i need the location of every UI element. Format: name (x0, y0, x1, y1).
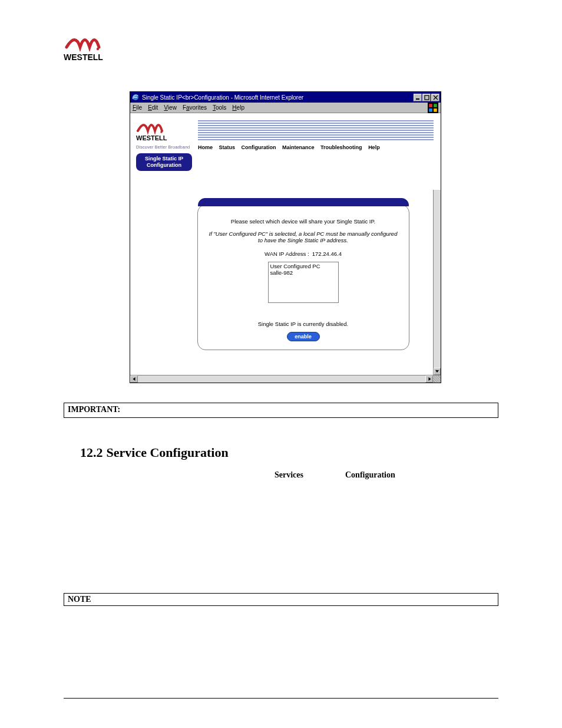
important-callout: IMPORTANT: (64, 403, 498, 418)
svg-rect-6 (429, 104, 432, 107)
window-maximize-button[interactable] (422, 94, 431, 101)
ie-app-icon (131, 93, 140, 101)
ie-flag-icon (428, 103, 438, 113)
note-label: NOTE (68, 595, 91, 604)
word-configuration: Configuration (345, 470, 395, 480)
important-label: IMPORTANT: (68, 405, 120, 414)
wan-ip-value: 172.24.46.4 (312, 251, 342, 257)
window-close-button[interactable] (431, 94, 439, 101)
nav-home[interactable]: Home (198, 144, 213, 150)
menu-help[interactable]: Help (232, 104, 244, 111)
menu-favorites[interactable]: Favorites (183, 104, 207, 111)
router-page-body: Please select which device will share yo… (183, 205, 423, 371)
scroll-track[interactable] (138, 375, 425, 383)
nav-maintenance[interactable]: Maintenance (282, 144, 315, 150)
svg-point-10 (160, 131, 163, 133)
footer-separator (64, 698, 498, 699)
note-callout: NOTE (64, 593, 498, 606)
scroll-left-button[interactable] (130, 375, 138, 383)
svg-rect-9 (434, 108, 437, 112)
window-title: Single Static IP<br>Configuration - Micr… (142, 94, 414, 101)
window-titlebar: Single Static IP<br>Configuration - Micr… (130, 92, 441, 103)
window-minimize-button[interactable] (414, 94, 422, 101)
svg-rect-3 (416, 98, 419, 100)
scroll-right-button[interactable] (425, 375, 433, 383)
device-listbox[interactable]: User Configured PC salle-982 (268, 262, 339, 303)
section-number: 12.2 (80, 445, 103, 460)
config-panel: Please select which device will share yo… (197, 205, 409, 350)
panel-note: If "User Configured PC" is selected, a l… (198, 230, 409, 243)
westell-logo: WESTELL (64, 29, 117, 65)
browser-screenshot: Single Static IP<br>Configuration - Micr… (130, 91, 441, 383)
menu-edit[interactable]: Edit (148, 104, 158, 111)
menu-tools[interactable]: Tools (213, 104, 226, 111)
window-resize-grip[interactable] (433, 375, 441, 383)
horizontal-scrollbar[interactable] (130, 375, 441, 383)
browser-menubar: File Edit View Favorites Tools Help (130, 103, 441, 113)
sidebar-active-item[interactable]: Single Static IP Configuration (136, 153, 192, 171)
menu-file[interactable]: File (133, 104, 142, 111)
svg-rect-7 (434, 104, 437, 107)
menu-view[interactable]: View (164, 104, 177, 111)
svg-rect-8 (429, 108, 432, 112)
nav-troubleshooting[interactable]: Troubleshooting (320, 144, 362, 150)
page: WESTELL Single Static IP<br>Configuratio… (0, 0, 562, 728)
router-tagline: Discover Better Broadband (136, 145, 190, 149)
section-title: Service Configuration (107, 445, 229, 460)
panel-instruction: Please select which device will share yo… (198, 218, 409, 225)
listbox-option[interactable]: salle-982 (270, 270, 336, 276)
wan-ip-label: WAN IP Address : (265, 251, 309, 257)
svg-point-0 (97, 48, 99, 50)
nav-configuration[interactable]: Configuration (242, 144, 276, 150)
router-nav: Home Status Configuration Maintenance Tr… (198, 144, 385, 150)
wan-ip-line: WAN IP Address : 172.24.46.4 (198, 251, 409, 257)
svg-rect-4 (425, 95, 429, 100)
word-services: Services (275, 470, 303, 480)
router-page-header: WESTELL Discover Better Broadband (130, 113, 441, 190)
panel-header-bar (198, 198, 409, 206)
router-westell-logo: WESTELL (136, 117, 183, 143)
svg-text:WESTELL: WESTELL (64, 52, 103, 62)
section-heading: 12.2Service Configuration (80, 445, 229, 460)
browser-viewport: WESTELL Discover Better Broadband (130, 113, 441, 375)
header-stripes (198, 119, 434, 141)
svg-text:WESTELL: WESTELL (136, 134, 167, 141)
scroll-down-button[interactable] (434, 368, 441, 375)
status-text: Single Static IP is currently disabled. (198, 321, 409, 327)
nav-status[interactable]: Status (219, 144, 236, 150)
nav-help[interactable]: Help (368, 144, 380, 150)
enable-button[interactable]: enable (287, 332, 320, 341)
